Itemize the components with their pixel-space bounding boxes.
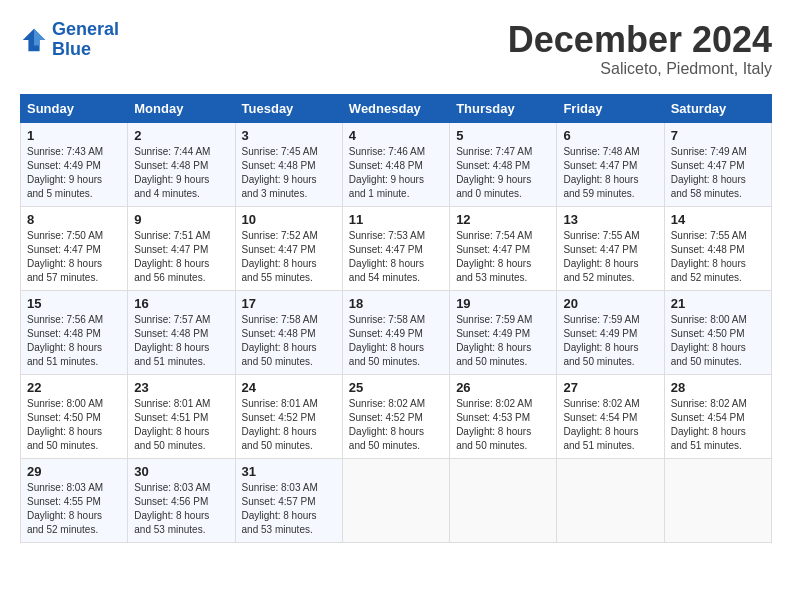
calendar-cell: 26Sunrise: 8:02 AM Sunset: 4:53 PM Dayli… <box>450 374 557 458</box>
day-number: 27 <box>563 380 657 395</box>
calendar-cell: 16Sunrise: 7:57 AM Sunset: 4:48 PM Dayli… <box>128 290 235 374</box>
day-info: Sunrise: 7:55 AM Sunset: 4:48 PM Dayligh… <box>671 229 765 285</box>
calendar-cell: 14Sunrise: 7:55 AM Sunset: 4:48 PM Dayli… <box>664 206 771 290</box>
calendar-cell: 20Sunrise: 7:59 AM Sunset: 4:49 PM Dayli… <box>557 290 664 374</box>
calendar-cell: 8Sunrise: 7:50 AM Sunset: 4:47 PM Daylig… <box>21 206 128 290</box>
day-number: 30 <box>134 464 228 479</box>
calendar-cell: 4Sunrise: 7:46 AM Sunset: 4:48 PM Daylig… <box>342 122 449 206</box>
day-info: Sunrise: 7:49 AM Sunset: 4:47 PM Dayligh… <box>671 145 765 201</box>
day-info: Sunrise: 7:53 AM Sunset: 4:47 PM Dayligh… <box>349 229 443 285</box>
weekday-header-friday: Friday <box>557 94 664 122</box>
calendar-cell <box>557 458 664 542</box>
calendar-cell: 12Sunrise: 7:54 AM Sunset: 4:47 PM Dayli… <box>450 206 557 290</box>
calendar-cell <box>342 458 449 542</box>
calendar-cell: 23Sunrise: 8:01 AM Sunset: 4:51 PM Dayli… <box>128 374 235 458</box>
calendar-week-row: 22Sunrise: 8:00 AM Sunset: 4:50 PM Dayli… <box>21 374 772 458</box>
calendar-cell: 27Sunrise: 8:02 AM Sunset: 4:54 PM Dayli… <box>557 374 664 458</box>
calendar-cell: 25Sunrise: 8:02 AM Sunset: 4:52 PM Dayli… <box>342 374 449 458</box>
calendar-week-row: 29Sunrise: 8:03 AM Sunset: 4:55 PM Dayli… <box>21 458 772 542</box>
weekday-header-tuesday: Tuesday <box>235 94 342 122</box>
day-info: Sunrise: 7:52 AM Sunset: 4:47 PM Dayligh… <box>242 229 336 285</box>
day-info: Sunrise: 7:47 AM Sunset: 4:48 PM Dayligh… <box>456 145 550 201</box>
day-info: Sunrise: 8:02 AM Sunset: 4:54 PM Dayligh… <box>563 397 657 453</box>
day-number: 31 <box>242 464 336 479</box>
calendar-cell: 1Sunrise: 7:43 AM Sunset: 4:49 PM Daylig… <box>21 122 128 206</box>
logo-icon <box>20 26 48 54</box>
day-number: 13 <box>563 212 657 227</box>
logo-line1: General <box>52 19 119 39</box>
day-info: Sunrise: 7:56 AM Sunset: 4:48 PM Dayligh… <box>27 313 121 369</box>
day-info: Sunrise: 8:02 AM Sunset: 4:52 PM Dayligh… <box>349 397 443 453</box>
calendar-cell: 31Sunrise: 8:03 AM Sunset: 4:57 PM Dayli… <box>235 458 342 542</box>
calendar-cell: 17Sunrise: 7:58 AM Sunset: 4:48 PM Dayli… <box>235 290 342 374</box>
day-info: Sunrise: 7:51 AM Sunset: 4:47 PM Dayligh… <box>134 229 228 285</box>
day-info: Sunrise: 8:00 AM Sunset: 4:50 PM Dayligh… <box>671 313 765 369</box>
day-number: 29 <box>27 464 121 479</box>
weekday-header-row: SundayMondayTuesdayWednesdayThursdayFrid… <box>21 94 772 122</box>
calendar-cell: 5Sunrise: 7:47 AM Sunset: 4:48 PM Daylig… <box>450 122 557 206</box>
day-number: 22 <box>27 380 121 395</box>
day-number: 20 <box>563 296 657 311</box>
day-info: Sunrise: 7:48 AM Sunset: 4:47 PM Dayligh… <box>563 145 657 201</box>
day-number: 28 <box>671 380 765 395</box>
day-number: 5 <box>456 128 550 143</box>
calendar-cell: 30Sunrise: 8:03 AM Sunset: 4:56 PM Dayli… <box>128 458 235 542</box>
calendar-cell: 28Sunrise: 8:02 AM Sunset: 4:54 PM Dayli… <box>664 374 771 458</box>
weekday-header-saturday: Saturday <box>664 94 771 122</box>
calendar-cell: 9Sunrise: 7:51 AM Sunset: 4:47 PM Daylig… <box>128 206 235 290</box>
day-info: Sunrise: 7:43 AM Sunset: 4:49 PM Dayligh… <box>27 145 121 201</box>
day-number: 17 <box>242 296 336 311</box>
calendar-table: SundayMondayTuesdayWednesdayThursdayFrid… <box>20 94 772 543</box>
day-number: 18 <box>349 296 443 311</box>
calendar-cell <box>664 458 771 542</box>
day-number: 26 <box>456 380 550 395</box>
day-info: Sunrise: 7:58 AM Sunset: 4:49 PM Dayligh… <box>349 313 443 369</box>
calendar-cell: 18Sunrise: 7:58 AM Sunset: 4:49 PM Dayli… <box>342 290 449 374</box>
day-number: 24 <box>242 380 336 395</box>
day-number: 14 <box>671 212 765 227</box>
calendar-cell: 7Sunrise: 7:49 AM Sunset: 4:47 PM Daylig… <box>664 122 771 206</box>
day-number: 6 <box>563 128 657 143</box>
calendar-cell: 19Sunrise: 7:59 AM Sunset: 4:49 PM Dayli… <box>450 290 557 374</box>
day-info: Sunrise: 8:03 AM Sunset: 4:56 PM Dayligh… <box>134 481 228 537</box>
calendar-cell: 22Sunrise: 8:00 AM Sunset: 4:50 PM Dayli… <box>21 374 128 458</box>
day-number: 12 <box>456 212 550 227</box>
day-info: Sunrise: 8:00 AM Sunset: 4:50 PM Dayligh… <box>27 397 121 453</box>
day-info: Sunrise: 7:46 AM Sunset: 4:48 PM Dayligh… <box>349 145 443 201</box>
calendar-cell: 21Sunrise: 8:00 AM Sunset: 4:50 PM Dayli… <box>664 290 771 374</box>
day-info: Sunrise: 7:54 AM Sunset: 4:47 PM Dayligh… <box>456 229 550 285</box>
calendar-subtitle: Saliceto, Piedmont, Italy <box>508 60 772 78</box>
calendar-cell: 15Sunrise: 7:56 AM Sunset: 4:48 PM Dayli… <box>21 290 128 374</box>
day-info: Sunrise: 7:55 AM Sunset: 4:47 PM Dayligh… <box>563 229 657 285</box>
day-info: Sunrise: 7:44 AM Sunset: 4:48 PM Dayligh… <box>134 145 228 201</box>
calendar-cell: 3Sunrise: 7:45 AM Sunset: 4:48 PM Daylig… <box>235 122 342 206</box>
calendar-title: December 2024 <box>508 20 772 60</box>
day-info: Sunrise: 8:03 AM Sunset: 4:57 PM Dayligh… <box>242 481 336 537</box>
svg-marker-1 <box>34 29 45 46</box>
calendar-cell: 2Sunrise: 7:44 AM Sunset: 4:48 PM Daylig… <box>128 122 235 206</box>
day-number: 19 <box>456 296 550 311</box>
logo-text: General Blue <box>52 20 119 60</box>
weekday-header-thursday: Thursday <box>450 94 557 122</box>
calendar-cell: 6Sunrise: 7:48 AM Sunset: 4:47 PM Daylig… <box>557 122 664 206</box>
day-number: 10 <box>242 212 336 227</box>
day-info: Sunrise: 7:50 AM Sunset: 4:47 PM Dayligh… <box>27 229 121 285</box>
day-number: 11 <box>349 212 443 227</box>
logo-line2: Blue <box>52 39 91 59</box>
day-number: 23 <box>134 380 228 395</box>
title-block: December 2024 Saliceto, Piedmont, Italy <box>508 20 772 78</box>
calendar-week-row: 1Sunrise: 7:43 AM Sunset: 4:49 PM Daylig… <box>21 122 772 206</box>
day-info: Sunrise: 7:59 AM Sunset: 4:49 PM Dayligh… <box>563 313 657 369</box>
day-number: 8 <box>27 212 121 227</box>
calendar-week-row: 15Sunrise: 7:56 AM Sunset: 4:48 PM Dayli… <box>21 290 772 374</box>
calendar-cell: 13Sunrise: 7:55 AM Sunset: 4:47 PM Dayli… <box>557 206 664 290</box>
day-info: Sunrise: 8:01 AM Sunset: 4:51 PM Dayligh… <box>134 397 228 453</box>
day-number: 4 <box>349 128 443 143</box>
day-number: 3 <box>242 128 336 143</box>
day-info: Sunrise: 8:02 AM Sunset: 4:54 PM Dayligh… <box>671 397 765 453</box>
day-number: 16 <box>134 296 228 311</box>
day-number: 2 <box>134 128 228 143</box>
weekday-header-monday: Monday <box>128 94 235 122</box>
day-info: Sunrise: 7:57 AM Sunset: 4:48 PM Dayligh… <box>134 313 228 369</box>
day-number: 21 <box>671 296 765 311</box>
